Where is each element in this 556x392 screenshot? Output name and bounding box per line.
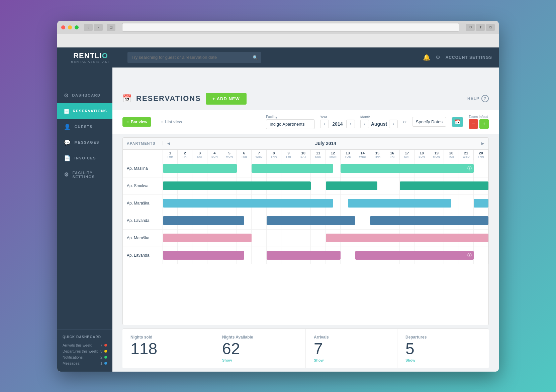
add-new-button[interactable]: + ADD NEW (206, 93, 247, 105)
day-name-8: FRI (286, 155, 291, 158)
reservation-bar-4-1[interactable] (326, 234, 489, 242)
year-label: Year (320, 115, 355, 119)
list-view-button[interactable]: ≡ List view (157, 117, 186, 127)
reservation-bar-4-0[interactable] (163, 234, 252, 242)
day-num-4: 5 (228, 151, 230, 155)
calendar-prev-btn[interactable]: ◄ (166, 141, 171, 146)
browser-maximize-btn[interactable] (75, 25, 79, 29)
table-row: Ap. Maraška (123, 195, 488, 212)
day-num-5: 6 (243, 151, 245, 155)
day-col-6: 7 WED (252, 150, 266, 160)
reservation-bar-1-0[interactable] (163, 181, 311, 190)
gear-icon[interactable]: ⚙ (436, 54, 440, 60)
reservation-bar-3-0[interactable] (163, 216, 244, 225)
browser-forward-btn[interactable]: › (94, 24, 103, 31)
reservation-bar-2-1[interactable] (348, 199, 452, 208)
sidebar-item-reservations[interactable]: ▦ RESERVATIONS (57, 103, 112, 119)
browser-reload-btn[interactable]: ↻ (466, 24, 475, 31)
month-nav-area: ◄ July 2014 ► (163, 141, 488, 146)
bar-view-button[interactable]: ≡ Bar view (122, 117, 151, 127)
account-settings-button[interactable]: ACCOUNT SETTINGS (446, 55, 492, 60)
sidebar-item-messages[interactable]: 💬 MESSAGES (57, 135, 112, 150)
day-num-8: 9 (287, 151, 289, 155)
list-view-icon: ≡ (161, 120, 163, 124)
help-label: HELP (467, 96, 479, 101)
year-prev-btn[interactable]: ‹ (320, 120, 329, 128)
reservation-bar-5-2[interactable]: ⓘ (355, 251, 474, 260)
sidebar-item-guests[interactable]: 👤 GUESTS (57, 119, 112, 135)
day-num-10: 11 (316, 151, 320, 155)
day-name-13: WED (359, 155, 366, 158)
calendar-body: Ap. MaslinaⓘAp. SmokvaAp. MaraškaAp. Lav… (123, 160, 488, 264)
specify-dates-button[interactable]: Specify Dates (412, 117, 446, 127)
apt-name-0: Ap. Maslina (123, 160, 163, 177)
day-col-2: 3 SAT (192, 150, 207, 160)
stat-value-2: 7 (314, 341, 389, 357)
help-icon[interactable]: ? (481, 95, 489, 102)
apt-name-1: Ap. Smokva (123, 177, 163, 194)
quick-dashboard: QUICK DASHBOARD Arrivals this week: 7 De… (57, 330, 112, 372)
logo-area: RENTLIO RENTAL ASSISTANT (64, 51, 117, 63)
qd-value-messages: 1 (100, 361, 102, 365)
day-col-12: 13 TUE (341, 150, 355, 160)
reservation-bar-0-2[interactable]: ⓘ (341, 164, 474, 173)
table-row: Ap. Maslinaⓘ (123, 160, 488, 177)
reservation-bar-5-1[interactable] (267, 251, 341, 260)
browser-minimize-btn[interactable] (68, 25, 72, 29)
stat-label-3: Departures (405, 335, 481, 340)
browser-tab-btn[interactable]: ⊡ (107, 24, 115, 31)
reservation-bar-1-1[interactable] (326, 181, 378, 190)
bell-icon[interactable]: 🔔 (423, 54, 430, 61)
month-next-btn[interactable]: › (389, 120, 398, 128)
zoom-plus-button[interactable]: + (479, 119, 489, 129)
year-next-btn[interactable]: › (346, 120, 355, 128)
browser-add-tab-btn[interactable]: ⧉ (486, 24, 495, 31)
day-num-12: 13 (346, 151, 350, 155)
browser-back-btn[interactable]: ‹ (84, 24, 93, 31)
stat-label-1: Nights Available (222, 335, 297, 340)
sidebar-item-invoices[interactable]: 📄 INVOICES (57, 150, 112, 166)
day-num-14: 15 (375, 151, 379, 155)
day-col-11: 12 MON (326, 150, 341, 160)
sidebar-item-dashboard[interactable]: ⊙ DASHBOARD (57, 88, 112, 103)
reservation-bar-1-2[interactable] (400, 181, 488, 190)
day-col-0: 1 THR (163, 150, 178, 160)
reservation-bar-0-1[interactable] (252, 164, 333, 173)
reservation-bar-3-1[interactable] (267, 216, 355, 225)
day-name-19: TUE (448, 155, 454, 158)
day-col-5: 6 TUE (237, 150, 252, 160)
stat-show-1[interactable]: Show (222, 358, 297, 362)
browser-close-btn[interactable] (61, 25, 65, 29)
logo-subtitle: RENTAL ASSISTANT (71, 60, 110, 63)
apt-name-4: Ap. Maraška (123, 230, 163, 247)
reservation-bar-0-0[interactable] (163, 164, 237, 173)
apt-timeline-2 (163, 195, 488, 212)
zoom-minus-button[interactable]: − (469, 119, 478, 129)
stat-show-3[interactable]: Show (405, 358, 481, 362)
day-num-0: 1 (169, 151, 171, 155)
bar-view-icon: ≡ (126, 120, 129, 124)
search-input[interactable] (127, 52, 261, 63)
calendar-next-btn[interactable]: ► (480, 141, 485, 146)
qd-dot-notifications (104, 356, 107, 359)
browser-share-btn[interactable]: ⬆ (476, 24, 485, 31)
sidebar-label-messages: MESSAGES (75, 140, 99, 144)
qd-row-departures: Departures this week: 3 (63, 348, 107, 354)
stat-value-3: 5 (405, 341, 481, 357)
reservation-bar-3-2[interactable] (370, 216, 488, 225)
reservation-bar-2-0[interactable] (163, 199, 333, 208)
apartments-header: APARTMENTS (123, 141, 163, 145)
logo: RENTLIO (73, 51, 108, 60)
month-prev-btn[interactable]: ‹ (360, 120, 369, 128)
day-name-20: WED (463, 155, 470, 158)
day-num-11: 12 (331, 151, 335, 155)
facility-label: Facility (266, 115, 315, 119)
reservation-bar-5-0[interactable] (163, 251, 244, 260)
calendar-icon-button[interactable]: 📅 (452, 117, 463, 127)
reservation-bar-2-2[interactable] (474, 199, 488, 208)
day-num-7: 8 (273, 151, 275, 155)
sidebar-item-facility[interactable]: ⚙ FACILITY SETTINGS (57, 166, 112, 183)
facility-select[interactable]: Indigo Apartments (266, 119, 315, 129)
sidebar-label-invoices: INVOICES (75, 156, 96, 160)
stat-show-2[interactable]: Show (314, 358, 389, 362)
